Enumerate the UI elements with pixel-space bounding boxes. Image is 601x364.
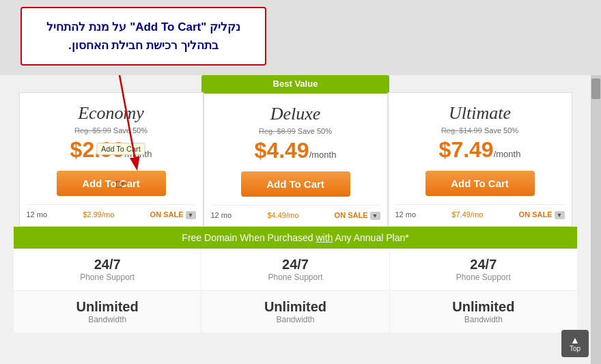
plan-economy-duration: 12 mo [27,210,48,219]
plan-ultimate-price: $7.49/month [395,137,565,163]
plan-ultimate-sale-row: ON SALE ▼ [519,210,565,219]
plan-deluxe-reg: Reg. $8.99 Save 50% [211,127,380,135]
plan-deluxe-monthly: $4.49/mo [267,211,298,219]
add-to-cart-economy[interactable]: Add To Cart [57,171,166,196]
feature-col-2: 24/7 Phone Support [201,249,389,290]
feature-2-sub: Phone Support [205,272,385,282]
feature-col-1: 24/7 Phone Support [14,249,201,290]
plan-deluxe-dropdown[interactable]: ▼ [370,212,380,220]
feature-1-sub: Phone Support [17,272,197,282]
feature-3-main: 24/7 [393,257,574,272]
plan-ultimate-reg: Reg. $14.99 Save 50% [395,126,565,135]
free-domain-banner: Free Domain When Purchased with Any Annu… [14,227,577,249]
plan-economy-name: Economy [27,103,196,124]
feature2-1-main: Unlimited [17,299,197,315]
plan-economy-sale-row: ON SALE ▼ [150,210,196,219]
callout-text: נקליק "Add To Cart" על מנת להתחיל בתהליך… [33,18,254,55]
plan-deluxe-sale-row: ON SALE ▼ [335,211,380,219]
plan-ultimate-dropdown[interactable]: ▼ [555,211,565,219]
feature2-3-sub: Bandwidth [393,315,574,324]
plan-economy-save: Save 50% [113,126,148,135]
plan-deluxe-amount: $4.49 [255,138,309,163]
plan-deluxe-regprice: Reg. $8.99 [259,127,296,135]
plan-ultimate: Ultimate Reg. $14.99 Save 50% $7.49/mont… [388,92,572,227]
plan-economy-regprice: Reg. $5.99 [74,126,111,135]
free-domain-text1: Free Domain When Purchased [182,232,316,243]
plan-economy-reg: Reg. $5.99 Save 50% [27,126,196,135]
best-value-label: Best Value [273,79,318,89]
feature-1-main: 24/7 [17,257,197,272]
plan-ultimate-sale: ON SALE [519,210,553,219]
plan-deluxe: Deluxe Reg. $8.99 Save 50% $4.49/month A… [204,92,388,227]
plan-deluxe-duration: 12 mo [211,211,232,219]
feature-col-3: 24/7 Phone Support [390,249,577,290]
plan-economy-sale: ON SALE [150,210,184,219]
feature2-3-main: Unlimited [393,299,574,315]
scrollbar[interactable] [591,75,601,364]
feature2-col-3: Unlimited Bandwidth [390,291,577,333]
callout-line2: בתהליך רכישת חבילת האחסון. [68,39,219,52]
feature2-1-sub: Bandwidth [17,315,197,324]
free-domain-underline: with [316,232,333,243]
plan-ultimate-save: Save 50% [484,126,518,135]
feature2-col-2: Unlimited Bandwidth [201,291,389,333]
feature-2-main: 24/7 [205,257,385,272]
plan-ultimate-amount: $7.49 [439,137,494,162]
features-row-1: 24/7 Phone Support 24/7 Phone Support 24… [14,249,577,290]
free-domain-text2: Any Annual Plan* [333,232,408,243]
plan-deluxe-name: Deluxe [211,104,380,124]
feature2-2-sub: Bandwidth [205,315,385,324]
features-row-2: Unlimited Bandwidth Unlimited Bandwidth … [14,290,577,333]
plan-ultimate-regprice: Reg. $14.99 [441,126,482,135]
top-button-label: Top [570,345,581,352]
plan-economy-monthly: $2.99/mo [83,210,114,219]
feature-3-sub: Phone Support [393,272,574,282]
add-to-cart-ultimate[interactable]: Add To Cart [425,171,535,196]
tooltip-economy: Add To Cart [96,143,145,155]
plans-container: Economy Reg. $5.99 Save 50% $2.99/month … [0,92,591,227]
plan-deluxe-options: 12 mo $4.49/mo ON SALE ▼ [211,205,380,219]
plan-deluxe-save: Save 50% [298,127,332,135]
plan-economy: Economy Reg. $5.99 Save 50% $2.99/month … [19,92,204,227]
add-to-cart-deluxe[interactable]: Add To Cart [241,171,350,197]
scroll-thumb[interactable] [591,79,600,99]
top-arrow-icon: ▲ [570,335,580,345]
callout-line1: נקליק "Add To Cart" על מנת להתחיל [46,20,240,33]
top-button[interactable]: ▲ Top [561,330,589,357]
plan-economy-options: 12 mo $2.99/mo ON SALE ▼ [27,204,196,219]
plan-deluxe-period: /month [309,150,337,160]
plan-ultimate-monthly: $7.49/mo [451,210,483,219]
plan-ultimate-options: 12 mo $7.49/mo ON SALE ▼ [395,204,565,219]
feature2-col-1: Unlimited Bandwidth [14,291,201,333]
feature2-2-main: Unlimited [205,299,385,315]
plan-ultimate-period: /month [494,149,521,159]
plan-ultimate-name: Ultimate [395,103,565,124]
plan-deluxe-sale: ON SALE [335,211,368,219]
callout-box: נקליק "Add To Cart" על מנת להתחיל בתהליך… [20,7,266,66]
main-content: Best Value Economy Reg. $5.99 Save 50% $… [0,75,591,364]
plan-economy-dropdown[interactable]: ▼ [186,211,196,219]
best-value-banner: Best Value [201,75,389,92]
plan-deluxe-price: $4.49/month [211,138,380,163]
plan-ultimate-duration: 12 mo [395,210,417,219]
